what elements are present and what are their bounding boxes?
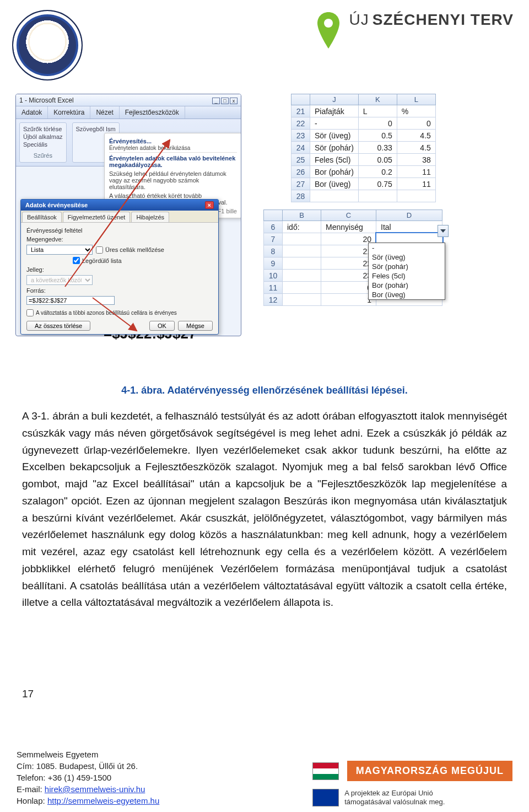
tab-fejlesztoeszkozok[interactable]: Fejlesztőeszközök bbox=[120, 106, 185, 119]
row-header[interactable]: 28 bbox=[292, 190, 310, 202]
cell[interactable]: 11 bbox=[397, 178, 435, 190]
cell[interactable]: 4.5 bbox=[397, 130, 435, 142]
ribbon-item[interactable]: Szűrők törlése bbox=[23, 125, 63, 133]
row-header[interactable]: 6 bbox=[264, 221, 283, 233]
szechenyi-logo: ÚJSZÉCHENYI TERV bbox=[315, 11, 514, 50]
cell[interactable] bbox=[283, 245, 321, 257]
row-header[interactable]: 21 bbox=[292, 105, 310, 117]
university-seal-logo bbox=[12, 10, 83, 80]
cell[interactable]: 0.75 bbox=[358, 178, 397, 190]
tooltip-menu-item-2[interactable]: Érvénytelen adatok bekarikázása bbox=[109, 145, 190, 151]
row-header[interactable]: 9 bbox=[264, 257, 283, 270]
cell[interactable]: Sör (üveg) bbox=[310, 130, 359, 142]
source-input[interactable] bbox=[26, 296, 115, 305]
cell[interactable]: - bbox=[310, 117, 359, 130]
row-header[interactable]: 7 bbox=[264, 233, 283, 245]
in-cell-dropdown-label: Legördülő lista bbox=[82, 257, 122, 264]
dialog-section-label: Érvényességi feltétel bbox=[26, 227, 213, 234]
dropdown-item[interactable]: Sör (üveg) bbox=[369, 252, 445, 262]
dialog-tab-error-alert[interactable]: Hibajelzés bbox=[131, 212, 169, 222]
cell[interactable] bbox=[283, 270, 321, 282]
col-header-b[interactable]: B bbox=[283, 210, 321, 221]
dropdown-item[interactable]: Feles (5cl) bbox=[369, 271, 445, 281]
cell[interactable]: 0 bbox=[358, 117, 397, 130]
cell[interactable]: Sör (pohár) bbox=[310, 142, 359, 154]
row-header[interactable]: 25 bbox=[292, 154, 310, 166]
window-buttons[interactable]: _□x bbox=[211, 96, 237, 104]
row-header[interactable]: 26 bbox=[292, 166, 310, 178]
cell[interactable] bbox=[283, 294, 321, 306]
cell[interactable]: Feles (5cl) bbox=[310, 154, 359, 166]
cell[interactable]: 0.33 bbox=[358, 142, 397, 154]
row-header[interactable]: 22 bbox=[292, 117, 310, 130]
row-header[interactable]: 12 bbox=[264, 294, 283, 306]
cell[interactable]: L bbox=[358, 105, 397, 117]
row-header[interactable]: 27 bbox=[292, 178, 310, 190]
cell[interactable]: 0.5 bbox=[358, 130, 397, 142]
col-header[interactable] bbox=[264, 210, 283, 221]
col-header-j[interactable]: J bbox=[310, 94, 359, 105]
tab-adatok[interactable]: Adatok bbox=[16, 106, 48, 119]
tab-korrektura[interactable]: Korrektúra bbox=[48, 106, 90, 119]
cell[interactable]: 11 bbox=[397, 166, 435, 178]
dropdown-item[interactable]: - bbox=[369, 243, 445, 252]
cell[interactable]: 4.5 bbox=[397, 142, 435, 154]
tab-nezet[interactable]: Nézet bbox=[90, 106, 119, 119]
cell[interactable]: 0.05 bbox=[358, 154, 397, 166]
apply-changes-label: A változtatás a többi azonos beállítású … bbox=[36, 310, 177, 316]
contact-web-label: Honlap: bbox=[17, 796, 47, 805]
in-cell-dropdown-checkbox[interactable] bbox=[73, 257, 80, 264]
cell[interactable] bbox=[283, 282, 321, 294]
apply-changes-checkbox[interactable] bbox=[26, 309, 34, 316]
cell[interactable]: Piafajták bbox=[310, 105, 359, 117]
row-header[interactable]: 11 bbox=[264, 282, 283, 294]
cell[interactable]: % bbox=[397, 105, 435, 117]
ribbon-tabs: Adatok Korrektúra Nézet Fejlesztőeszközö… bbox=[16, 106, 241, 119]
cell[interactable]: idő: bbox=[283, 221, 321, 233]
page-header: ÚJSZÉCHENYI TERV bbox=[0, 6, 529, 77]
cell[interactable]: Mennyiség bbox=[321, 221, 376, 233]
dialog-tab-input-message[interactable]: Figyelmeztető üzenet bbox=[63, 212, 131, 222]
cell[interactable] bbox=[310, 190, 359, 202]
col-header-k[interactable]: K bbox=[358, 94, 397, 105]
cell[interactable]: 38 bbox=[397, 154, 435, 166]
dropdown-item[interactable]: Sör (pohár) bbox=[369, 262, 445, 271]
tooltip-menu-item[interactable]: Érvényesítés... bbox=[109, 138, 152, 144]
contact-email-link[interactable]: hirek@semmelweis-univ.hu bbox=[45, 784, 145, 794]
row-header[interactable]: 8 bbox=[264, 245, 283, 257]
row-header[interactable]: 10 bbox=[264, 270, 283, 282]
data-select: a következők között van bbox=[26, 275, 93, 285]
ok-button[interactable]: OK bbox=[149, 321, 175, 331]
dialog-close-icon[interactable]: × bbox=[205, 201, 214, 209]
clear-all-button[interactable]: Az összes törlése bbox=[26, 321, 90, 331]
footer-right-block: MAGYARORSZÁG MEGÚJUL A projektek az Euró… bbox=[312, 761, 512, 807]
dialog-tab-settings[interactable]: Beállítások bbox=[22, 212, 62, 222]
col-header-d[interactable]: D bbox=[376, 210, 442, 221]
cell[interactable]: Ital bbox=[376, 221, 442, 233]
chevron-down-icon bbox=[440, 229, 446, 233]
cell[interactable]: Bor (pohár) bbox=[310, 166, 359, 178]
col-header[interactable] bbox=[292, 94, 310, 105]
col-header-c[interactable]: C bbox=[321, 210, 376, 221]
row-header[interactable]: 23 bbox=[292, 130, 310, 142]
cell[interactable] bbox=[283, 257, 321, 270]
ribbon-item[interactable]: Speciális bbox=[23, 141, 63, 148]
ignore-blank-checkbox[interactable] bbox=[96, 246, 103, 254]
cell[interactable]: 0 bbox=[397, 117, 435, 130]
dropdown-item[interactable]: Bor (üveg) bbox=[369, 290, 445, 299]
cell[interactable] bbox=[358, 190, 397, 202]
cell[interactable] bbox=[283, 233, 321, 245]
cell[interactable]: Bor (üveg) bbox=[310, 178, 359, 190]
dropdown-item[interactable]: Bor (pohár) bbox=[369, 281, 445, 290]
cell-dropdown-button[interactable] bbox=[438, 225, 449, 237]
contact-web-link[interactable]: http://semmelweis-egyetem.hu bbox=[47, 796, 159, 805]
ribbon-item[interactable]: Újból alkalmaz bbox=[23, 133, 63, 141]
cell[interactable]: 0.2 bbox=[358, 166, 397, 178]
allow-select[interactable]: Lista bbox=[26, 245, 93, 255]
svg-point-0 bbox=[324, 19, 333, 28]
ribbon-item[interactable]: Szövegből Ism bbox=[76, 125, 116, 133]
cancel-button[interactable]: Mégse bbox=[178, 321, 213, 331]
cell[interactable] bbox=[397, 190, 435, 202]
row-header[interactable]: 24 bbox=[292, 142, 310, 154]
col-header-l[interactable]: L bbox=[397, 94, 435, 105]
